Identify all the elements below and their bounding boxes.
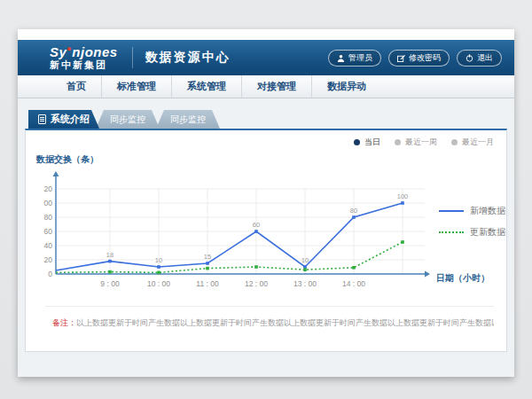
nav-item-2[interactable]: 系统管理 <box>171 75 241 98</box>
period-option-label: 当日 <box>364 137 380 148</box>
chart-panel: 当日最近一周最近一月 数据交换（条） 0204060801001209 : 00… <box>25 129 507 352</box>
svg-text:15: 15 <box>204 253 211 261</box>
tab-1[interactable]: 同步监控 <box>96 110 160 129</box>
tab-label: 同步监控 <box>110 113 145 126</box>
nav-item-1[interactable]: 标准管理 <box>101 75 171 98</box>
svg-text:100: 100 <box>43 199 52 207</box>
nav-item-3[interactable]: 对接管理 <box>241 75 311 98</box>
brand-logo-cn: 新中新集团 <box>50 60 118 70</box>
header-divider <box>132 47 133 68</box>
legend-label: 新增数据 <box>470 205 505 217</box>
remark-text: 以上数据更新于时间产生数据以上数据更新于时间产生数据以上数据更新于时间产生数据以… <box>76 318 494 327</box>
tab-label: 系统介绍 <box>51 113 90 126</box>
y-axis-title: 数据交换（条） <box>36 153 98 166</box>
power-icon <box>466 54 473 62</box>
period-option-label: 最近一周 <box>405 137 437 148</box>
svg-text:20: 20 <box>44 255 53 264</box>
svg-text:80: 80 <box>350 207 357 215</box>
line-chart: 0204060801001209 : 0010 : 0011 : 0012 : … <box>43 168 442 299</box>
legend-swatch-icon <box>439 210 464 212</box>
logo-accent-dot: ● <box>66 44 72 53</box>
svg-text:10: 10 <box>301 256 309 264</box>
tab-label: 同步监控 <box>170 113 206 126</box>
x-axis-title: 日期（小时） <box>436 272 489 285</box>
svg-text:80: 80 <box>44 213 53 222</box>
legend-item-1: 更新数据 <box>439 226 505 239</box>
brand-logo: Sy●njones 新中新集团 <box>50 45 132 70</box>
svg-text:60: 60 <box>253 221 260 229</box>
app-header: Sy●njones 新中新集团 数据资源中心 管理员 修改密码 退出 <box>18 40 514 75</box>
period-option-2[interactable]: 最近一月 <box>451 137 494 148</box>
nav-item-0[interactable]: 首页 <box>51 75 101 98</box>
user-label: 管理员 <box>348 52 372 64</box>
change-password-label: 修改密码 <box>409 52 441 64</box>
period-option-1[interactable]: 最近一周 <box>395 137 437 148</box>
svg-text:100: 100 <box>397 192 409 200</box>
tab-0[interactable]: 系统介绍 <box>28 110 99 129</box>
svg-text:120: 120 <box>43 184 52 193</box>
tab-2[interactable]: 同步监控 <box>156 110 220 129</box>
svg-text:18: 18 <box>106 251 113 259</box>
user-icon <box>337 54 345 62</box>
svg-text:40: 40 <box>44 241 53 250</box>
radio-dot-icon <box>354 139 360 145</box>
radio-dot-icon <box>451 139 458 145</box>
chart-legend: 新增数据更新数据 <box>439 205 505 239</box>
change-password-button[interactable]: 修改密码 <box>388 50 450 66</box>
logout-button[interactable]: 退出 <box>457 50 502 66</box>
period-filter: 当日最近一周最近一月 <box>354 137 494 148</box>
svg-text:12 : 00: 12 : 00 <box>245 279 268 288</box>
legend-swatch-icon <box>439 231 464 233</box>
edit-icon <box>397 54 405 62</box>
page-title: 数据资源中心 <box>145 50 231 66</box>
remark-note: 备注：以上数据更新于时间产生数据以上数据更新于时间产生数据以上数据更新于时间产生… <box>45 306 494 329</box>
svg-text:60: 60 <box>44 227 53 236</box>
svg-text:10 : 00: 10 : 00 <box>147 279 170 288</box>
remark-prefix: 备注： <box>52 318 76 327</box>
main-nav: 首页标准管理系统管理对接管理数据异动 <box>18 75 514 98</box>
legend-label: 更新数据 <box>470 226 505 239</box>
user-button[interactable]: 管理员 <box>328 50 381 66</box>
svg-text:0: 0 <box>48 270 52 278</box>
content-area: 系统介绍同步监控同步监控 当日最近一周最近一月 数据交换（条） 02040608… <box>18 98 514 377</box>
nav-item-4[interactable]: 数据异动 <box>311 75 381 98</box>
svg-text:11 : 00: 11 : 00 <box>196 279 219 288</box>
period-option-label: 最近一月 <box>462 137 494 148</box>
document-icon <box>38 114 46 124</box>
svg-text:9 : 00: 9 : 00 <box>100 279 120 288</box>
legend-item-0: 新增数据 <box>439 205 505 217</box>
period-option-0[interactable]: 当日 <box>354 137 380 148</box>
svg-text:10: 10 <box>155 256 162 264</box>
logout-label: 退出 <box>477 52 493 64</box>
svg-text:14 : 00: 14 : 00 <box>342 279 365 288</box>
svg-text:13 : 00: 13 : 00 <box>293 279 317 288</box>
radio-dot-icon <box>395 139 401 145</box>
page-top-strip <box>18 29 514 40</box>
brand-logo-text: Sy●njones <box>50 45 118 59</box>
app-window: Sy●njones 新中新集团 数据资源中心 管理员 修改密码 退出 首页标准管… <box>18 29 514 377</box>
tab-bar: 系统介绍同步监控同步监控 <box>28 110 514 129</box>
header-actions: 管理员 修改密码 退出 <box>328 50 502 66</box>
